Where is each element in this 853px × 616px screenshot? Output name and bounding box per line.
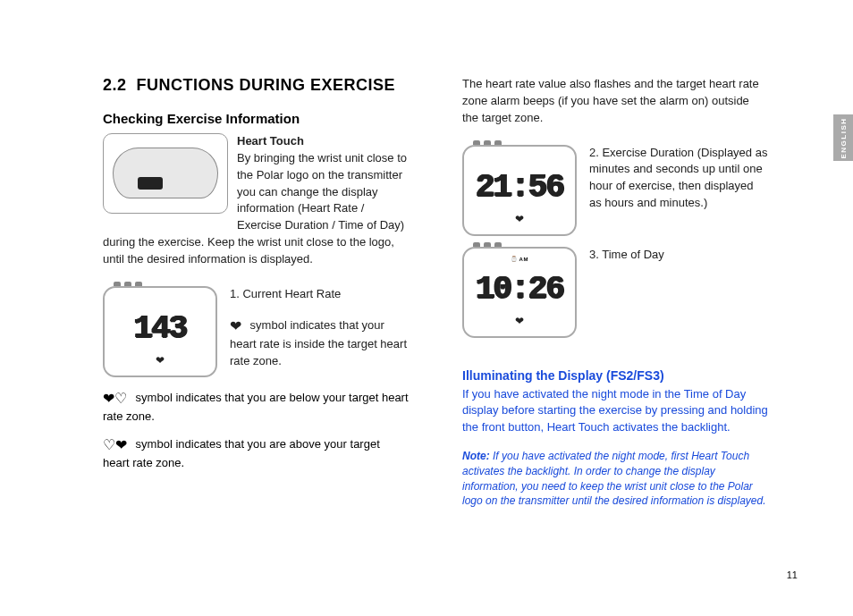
heart-filled-icon: ❤ <box>230 318 241 333</box>
watch-block-tod: ⌚ AM 10:26 ❤ 3. Time of Day <box>462 247 768 338</box>
heart-above-icon: ♡❤ <box>103 437 127 452</box>
watch-duration: 21:56 ❤ <box>462 145 577 236</box>
watch-tod: ⌚ AM 10:26 ❤ <box>462 247 577 338</box>
watch-block-hr: 143 ❤ 1. Current Heart Rate ❤ symbol ind… <box>103 286 409 377</box>
item-1: 1. Current Heart Rate <box>230 286 409 303</box>
item-1b: symbol indicates that your heart rate is… <box>230 318 407 367</box>
section-heading: 2.2 FUNCTIONS DURING EXERCISE <box>103 76 409 95</box>
watch-hr: 143 ❤ <box>103 286 217 377</box>
watch-hr-ampm <box>112 295 208 302</box>
item-3: 3. Time of Day <box>589 247 664 264</box>
subheading-checking: Checking Exercise Information <box>103 111 409 126</box>
watch-block-duration: 21:56 ❤ 2. Exercise Duration (Displayed … <box>462 145 768 236</box>
language-tab: ENGLISH <box>833 114 853 161</box>
item-2: 2. Exercise Duration (Displayed as minut… <box>589 145 768 212</box>
note-label: Note: <box>462 450 490 462</box>
watch-duration-value: 21:56 <box>471 166 568 209</box>
watch-tod-screen: ⌚ AM 10:26 ❤ <box>462 247 577 338</box>
right-intro: The heart rate value also flashes and th… <box>462 76 768 127</box>
note-block: Note: If you have activated the night mo… <box>462 449 768 509</box>
heart-touch-block: Heart Touch By bringing the wrist unit c… <box>103 133 409 268</box>
watch-hr-screen: 143 ❤ <box>103 286 217 377</box>
watch-duration-heart-icon: ❤ <box>471 213 568 225</box>
right-column: The heart rate value also flashes and th… <box>462 76 768 509</box>
above-zone-text: symbol indicates that you are above your… <box>103 437 380 469</box>
heart-touch-illustration <box>103 133 228 214</box>
page-content: 2.2 FUNCTIONS DURING EXERCISE Checking E… <box>0 0 853 536</box>
watch-hr-value: 143 <box>112 308 208 350</box>
watch-duration-ampm <box>471 154 568 161</box>
below-zone-row: ❤♡ symbol indicates that you are below y… <box>103 388 409 426</box>
left-column: 2.2 FUNCTIONS DURING EXERCISE Checking E… <box>103 76 409 509</box>
watch-tod-heart-icon: ❤ <box>471 315 568 327</box>
watch-tod-ampm: ⌚ AM <box>471 256 568 263</box>
illuminating-body: If you have activated the night mode in … <box>462 386 768 437</box>
page-number: 11 <box>787 570 798 580</box>
watch-hr-heart-icon: ❤ <box>112 354 208 367</box>
watch-hr-desc: 1. Current Heart Rate ❤ symbol indicates… <box>230 286 409 370</box>
below-zone-text: symbol indicates that you are below your… <box>103 391 409 423</box>
section-title: FUNCTIONS DURING EXERCISE <box>137 76 396 94</box>
heart-below-icon: ❤♡ <box>103 391 127 406</box>
heart-touch-label: Heart Touch <box>237 134 304 148</box>
section-number: 2.2 <box>103 76 127 94</box>
language-tab-label: ENGLISH <box>840 117 848 158</box>
above-zone-row: ♡❤ symbol indicates that you are above y… <box>103 435 409 472</box>
watch-duration-screen: 21:56 ❤ <box>462 145 577 236</box>
illuminating-heading: Illuminating the Display (FS2/FS3) <box>462 368 768 383</box>
watch-tod-value: 10:26 <box>471 268 568 311</box>
note-body: If you have activated the night mode, fi… <box>462 450 766 507</box>
